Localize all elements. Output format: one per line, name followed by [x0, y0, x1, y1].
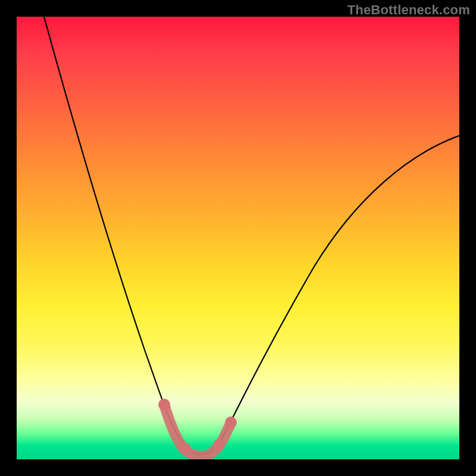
chart-frame: TheBottleneck.com — [0, 0, 476, 476]
highlight-dot-midL — [179, 443, 191, 455]
watermark-text: TheBottleneck.com — [347, 2, 470, 18]
curve-svg — [17, 17, 459, 459]
highlight-dot-midR — [213, 439, 225, 451]
plot-area — [17, 17, 459, 459]
highlight-dot-left — [158, 399, 170, 411]
bottleneck-curve — [44, 17, 459, 455]
highlight-dot-right — [225, 416, 237, 428]
